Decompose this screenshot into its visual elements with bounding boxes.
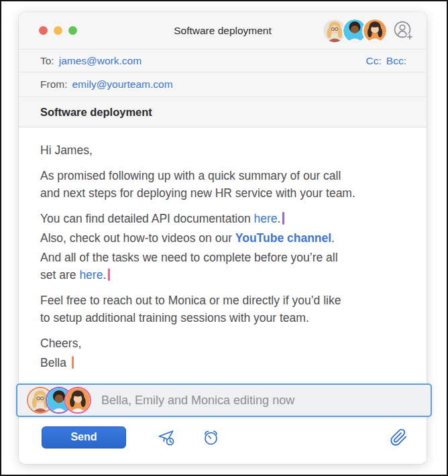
send-button[interactable]: Send: [42, 426, 126, 449]
monica-caret: [108, 268, 110, 281]
compose-toolbar: Send: [19, 420, 427, 464]
subject-input[interactable]: Software deployment: [19, 97, 427, 127]
body-api-line: You can find detailed API documentation …: [40, 210, 404, 227]
from-field-row: From: emily@yourteam.com: [19, 72, 427, 97]
schedule-send-icon[interactable]: [157, 428, 175, 447]
collaborator-avatars: [322, 18, 414, 44]
body-signature: Bella: [40, 354, 404, 371]
bcc-button[interactable]: Bcc:: [386, 55, 406, 67]
cc-button[interactable]: Cc:: [366, 55, 382, 67]
close-window-button[interactable]: [39, 26, 48, 35]
body-closing: Cheers,: [40, 335, 404, 352]
zoom-window-button[interactable]: [68, 26, 77, 35]
body-greeting: Hi James,: [40, 141, 404, 159]
body-summary: As promised following up with a quick su…: [40, 167, 404, 202]
emily-caret: [282, 212, 284, 225]
titlebar: Software deployment: [19, 12, 427, 50]
editing-status-banner: Bella, Emily and Monica editing now: [16, 383, 432, 417]
attachment-icon[interactable]: [390, 428, 408, 447]
window-controls: [39, 26, 77, 35]
message-body-editor[interactable]: Hi James, As promised following up with …: [19, 127, 427, 371]
to-input[interactable]: james@work.com: [59, 55, 142, 67]
api-docs-link[interactable]: here: [254, 212, 277, 225]
avatar-monica-ring: [64, 387, 91, 414]
avatar-monica[interactable]: [362, 18, 388, 44]
screenshot-frame: Software deployment: [0, 0, 448, 476]
minimize-window-button[interactable]: [54, 26, 62, 35]
youtube-channel-link[interactable]: YouTube channel: [235, 231, 331, 245]
add-collaborator-icon[interactable]: [393, 20, 414, 42]
from-selector[interactable]: emily@yourteam.com: [72, 78, 172, 91]
editing-status-text: Bella, Emily and Monica editing now: [101, 394, 294, 408]
from-label: From:: [40, 78, 67, 91]
to-label: To:: [40, 55, 54, 67]
body-videos-line: Also, check out how-to videos on our You…: [40, 229, 404, 247]
tasks-link[interactable]: here: [79, 268, 103, 282]
body-tasks-line: And all of the tasks we need to complete…: [40, 249, 404, 284]
body-outro: Feel free to reach out to Monica or me d…: [40, 292, 404, 326]
to-field-row: To: james@work.com Cc: Bcc:: [19, 50, 427, 72]
bella-caret: [72, 356, 74, 369]
reminder-icon[interactable]: [202, 428, 220, 447]
